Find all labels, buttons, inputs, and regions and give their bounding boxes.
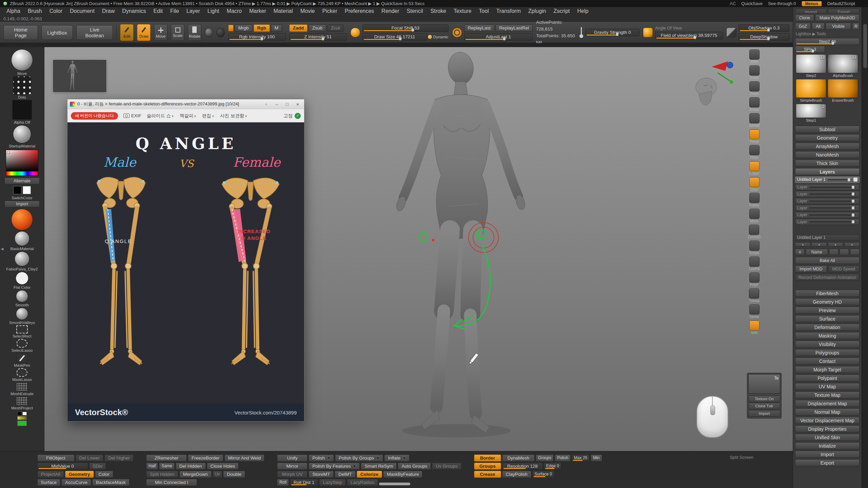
import-button[interactable]: Import xyxy=(4,201,40,207)
tray-top-button[interactable]: Import xyxy=(795,8,827,13)
clone-button[interactable]: Clone xyxy=(795,14,814,21)
shelf-button[interactable]: Uv Groups xyxy=(432,463,461,470)
shelf-button[interactable]: Min xyxy=(591,454,602,462)
layer-strength-slider[interactable] xyxy=(809,194,855,195)
texture-thumbnail[interactable]: Te xyxy=(748,374,780,394)
layer-strength-slider[interactable] xyxy=(828,179,851,180)
replay-last-rel-button[interactable]: ReplayLastRel xyxy=(495,24,533,32)
shelf-button[interactable]: ClayPolish xyxy=(502,471,531,478)
zcut-button[interactable]: Zcut xyxy=(327,24,343,32)
left-shelf-item[interactable]: MaskPen xyxy=(6,353,38,367)
viewport-control[interactable]: PolyF xyxy=(749,272,760,287)
rgb-button[interactable]: Rgb xyxy=(254,24,270,32)
menu-item[interactable]: Stroke xyxy=(427,8,450,14)
r-button[interactable]: R xyxy=(852,23,860,30)
tool-section-button[interactable]: Masking xyxy=(795,332,860,339)
menu-item[interactable]: Marker xyxy=(245,8,270,14)
layer-row-selected[interactable]: Untitled Layer 1 xyxy=(795,177,860,183)
left-shelf-item[interactable]: Flat Color xyxy=(6,272,38,289)
layer-strength-slider[interactable] xyxy=(809,221,855,222)
shelf-button[interactable]: MaskByFeature xyxy=(383,471,423,478)
menu-item[interactable]: File xyxy=(166,8,183,14)
live-boolean-button[interactable]: Live Boolean xyxy=(76,25,113,40)
viewport-control[interactable]: Transp xyxy=(749,288,760,303)
shelf-button[interactable]: FillObject xyxy=(37,454,75,462)
menu-item[interactable]: Brush xyxy=(24,8,46,14)
tool-section-button[interactable]: Deformation xyxy=(795,324,860,331)
home-page-button[interactable]: Home Page xyxy=(3,25,38,40)
zsub-button[interactable]: Zsub xyxy=(309,24,326,32)
z-intensity-slider[interactable]: Z Intensity 51 xyxy=(289,33,347,41)
brush-thumb[interactable]: 13 Step2 xyxy=(796,54,826,78)
shelf-button[interactable]: LazyStep xyxy=(319,479,346,486)
document-thumbnail[interactable] xyxy=(53,60,106,92)
dynamic-toggle[interactable]: Dynamic xyxy=(428,35,449,39)
menu-item[interactable]: Picker xyxy=(318,8,341,14)
hue-strip[interactable] xyxy=(6,171,38,176)
shelf-button[interactable]: Min Connected I xyxy=(146,479,197,486)
shelf-button[interactable]: Max 25 xyxy=(572,454,590,462)
draw-button[interactable]: Draw xyxy=(137,24,151,41)
shelf-button[interactable]: Double xyxy=(223,471,245,478)
menu-item[interactable]: Dynamics xyxy=(118,8,150,14)
tool-section-button[interactable]: Contact xyxy=(795,358,860,365)
tool-section-button[interactable]: Thick Skin xyxy=(795,160,860,167)
shelf-button[interactable]: Resolution 128 xyxy=(502,463,543,470)
shelf-button[interactable]: Del Lower xyxy=(76,454,104,462)
layer-arrow[interactable]: ▲ xyxy=(795,242,810,247)
menu-item[interactable]: Draw xyxy=(98,8,118,14)
layer-copy-icon[interactable] xyxy=(829,249,839,255)
bake-all-button[interactable]: Bake All xyxy=(795,257,860,264)
shelf-button[interactable]: Color xyxy=(95,471,113,478)
tool-section-button[interactable]: ArrayMesh xyxy=(795,143,860,150)
menu-item[interactable]: Color xyxy=(46,8,66,14)
shelf-button[interactable]: Morph UV xyxy=(277,471,308,478)
shelf-button[interactable]: Polish By Groups xyxy=(335,454,383,462)
layer-name-button[interactable]: Name xyxy=(806,249,828,255)
tool-section-button[interactable]: NanoMesh xyxy=(795,151,860,158)
main-color-swatch[interactable] xyxy=(13,186,21,194)
secondary-color-swatch[interactable] xyxy=(23,186,31,194)
brush-thumb[interactable]: EraserBrush xyxy=(828,79,858,102)
viewport-control[interactable]: BPR xyxy=(749,49,760,64)
left-tray-collapse-arrow[interactable]: ◀ xyxy=(1,247,3,251)
goz-button[interactable]: GoZ xyxy=(795,23,811,30)
left-shelf-item[interactable]: BasicMaterial xyxy=(6,231,38,251)
shelf-button[interactable]: StoreMT xyxy=(309,471,334,478)
shelf-button[interactable]: Mirror xyxy=(277,463,308,470)
shelf-button[interactable]: Inflate xyxy=(384,454,410,462)
layer-strength-slider[interactable] xyxy=(809,201,855,202)
shelf-button[interactable]: Colorize xyxy=(357,471,382,478)
layer-strength-slider[interactable] xyxy=(809,187,855,188)
tool-section-button[interactable]: Polypaint xyxy=(795,374,860,382)
pin-window-icon[interactable] xyxy=(262,102,270,107)
left-shelf-item[interactable]: MaskLasso xyxy=(6,368,38,382)
menu-item[interactable]: Zscript xyxy=(550,8,573,14)
viewer-title-bar[interactable]: 0 - 비율, 리듬 > female-and-male-skeleton-di… xyxy=(67,99,304,109)
alpha-preview[interactable] xyxy=(216,28,224,37)
shelf-button[interactable]: Auto Groups xyxy=(398,463,431,470)
left-shelf-item[interactable]: FabioPaiva_Clay2 xyxy=(6,251,38,271)
shelf-button[interactable]: Half xyxy=(146,463,158,470)
layer-strength-slider[interactable] xyxy=(809,215,855,216)
menu-item[interactable]: Help xyxy=(573,8,592,14)
viewport-control[interactable]: AAHalf xyxy=(749,113,760,127)
rgb-intensity-slider[interactable]: Rgb Intensity 100 xyxy=(228,33,286,41)
m-button[interactable]: M xyxy=(271,24,282,32)
menu-item[interactable]: Alpha xyxy=(3,8,24,14)
tool-section-button[interactable]: Subtool xyxy=(795,126,860,133)
shelf-button[interactable]: Roll Dist 1 xyxy=(290,479,318,486)
viewport-control[interactable]: Persp xyxy=(749,129,760,143)
tool-section-button[interactable]: Preview xyxy=(795,307,860,314)
left-shelf-item[interactable]: MeshExtrude xyxy=(6,382,38,396)
tray-top-button[interactable]: Export xyxy=(828,8,860,13)
rotate-button[interactable]: Rotate xyxy=(188,24,201,41)
lightbox-button[interactable]: LightBox xyxy=(41,25,73,40)
layer-row[interactable]: Layer xyxy=(795,191,860,197)
layer-name-field[interactable]: Untitled Layer 1 xyxy=(795,235,860,241)
shelf-button[interactable]: Del Hidden xyxy=(176,463,206,470)
mrgb-button[interactable]: Mrgb xyxy=(235,24,253,32)
shelf-button[interactable]: LazyRadius xyxy=(347,479,378,486)
mini-palette[interactable] xyxy=(17,412,27,426)
shelf-button[interactable]: FreezeBorder xyxy=(188,454,223,462)
